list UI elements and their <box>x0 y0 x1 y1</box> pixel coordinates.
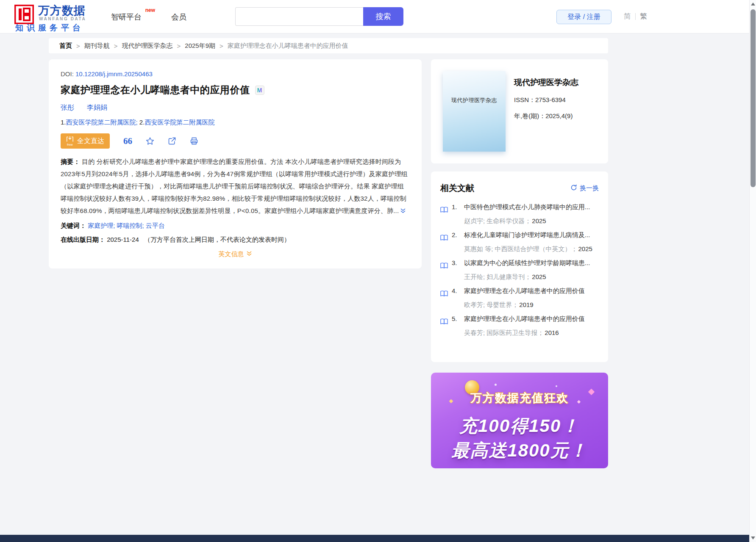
m-badge-icon[interactable]: M <box>255 86 264 95</box>
breadcrumb-item[interactable]: 首页 <box>59 42 72 50</box>
journal-volume: 年,卷(期)：2025,4(9) <box>514 112 578 120</box>
related-list: 1. 中医特色护理模式在小儿肺炎哮喘中的应用... 赵贞宇; 生命科学仪器；20… <box>440 200 599 340</box>
related-item-meta: 吴春芳; 国际医药卫生导报；2016 <box>464 326 599 340</box>
related-item: 4. 家庭护理理念在小儿哮喘患者中的应用价值 欧孝芳; 母婴世界；2019 <box>440 284 599 312</box>
journal-issn: ISSN：2753-6394 <box>514 96 578 104</box>
english-info-toggle[interactable]: 英文信息 <box>61 250 410 258</box>
related-item-title[interactable]: 家庭护理理念在小儿哮喘患者中的应用价值 <box>464 284 599 298</box>
pubdate-value: 2025-11-24 <box>107 236 139 243</box>
pubdate-note: （万方平台首次上网日期，不代表论文的发表时间） <box>144 236 290 243</box>
new-badge: new <box>145 7 155 13</box>
confetti-dot <box>495 384 497 386</box>
wanfang-logo[interactable]: 万方数据 WANFANG DATA 知识服务平台 <box>14 3 116 32</box>
search-input[interactable] <box>235 7 363 26</box>
breadcrumb-separator: > <box>177 42 181 50</box>
related-title: 相关文献 <box>440 183 474 194</box>
scrollbar-thumb[interactable] <box>750 9 756 187</box>
doi-link[interactable]: 10.12208/j.jmnm.20250463 <box>75 70 153 77</box>
lang-divider <box>635 13 636 20</box>
book-icon <box>440 232 448 256</box>
breadcrumb: 首页>期刊导航>现代护理医学杂志>2025年9期>家庭护理理念在小儿哮喘患者中的… <box>49 38 608 53</box>
affiliation-link[interactable]: 西安医学院第二附属医院 <box>145 119 214 126</box>
related-item-title[interactable]: 中医特色护理模式在小儿肺炎哮喘中的应用... <box>464 200 599 214</box>
journal-name[interactable]: 现代护理医学杂志 <box>514 77 578 88</box>
breadcrumb-separator: > <box>114 42 118 50</box>
print-icon[interactable] <box>190 137 198 145</box>
abstract-label: 摘要： <box>61 158 80 165</box>
title-row: 家庭护理理念在小儿哮喘患者中的应用价值 M <box>61 83 410 97</box>
related-card: 相关文献 换一换 1. 中医特色护理模式在小儿肺炎哮喘中的应用... <box>431 171 608 362</box>
banner-offer-line1: 充100得150！ <box>431 414 608 438</box>
article-card: DOI: 10.12208/j.jmnm.20250463 家庭护理理念在小儿哮… <box>49 59 422 268</box>
fulltext-button[interactable]: free 全文直达 <box>61 133 110 149</box>
doi-label: DOI: <box>61 70 74 77</box>
keyword-link[interactable]: 云平台 <box>146 222 165 229</box>
citation-icon[interactable]: 66 <box>123 137 132 146</box>
related-item-number: 4. <box>452 284 460 312</box>
related-item-meta: 莫惠如 等; 中西医结合护理（中英文）；2025 <box>464 242 599 256</box>
affiliation-number: 2. <box>139 119 145 126</box>
book-icon <box>440 260 448 284</box>
affiliation-separator: ; <box>136 119 139 126</box>
author-link[interactable]: 张彤 <box>61 104 74 111</box>
journal-cover[interactable]: 现代护理医学杂志 <box>443 71 506 152</box>
keywords-row: 关键词： 家庭护理; 哮喘控制; 云平台 <box>61 222 410 230</box>
banner-title: 万方数据充值狂欢 <box>431 390 608 406</box>
confetti-dot <box>556 385 557 387</box>
book-icon <box>440 288 448 312</box>
favorite-star-icon[interactable] <box>146 137 154 145</box>
related-item-title[interactable]: 以家庭为中心的延续性护理对学龄期哮喘患... <box>464 256 599 270</box>
related-item: 2. 标准化儿童哮喘门诊护理对哮喘患儿病情及... 莫惠如 等; 中西医结合护理… <box>440 228 599 256</box>
lang-simplified[interactable]: 简 <box>624 11 631 21</box>
breadcrumb-separator: > <box>220 42 223 50</box>
related-item-title[interactable]: 标准化儿童哮喘门诊护理对哮喘患儿病情及... <box>464 228 599 242</box>
keywords-label: 关键词： <box>61 222 86 229</box>
article-actions: free 全文直达 66 <box>61 133 410 149</box>
scroll-up-arrow-icon[interactable] <box>751 3 755 6</box>
related-item-title[interactable]: 家庭护理理念在小儿哮喘患者中的应用价值 <box>464 312 599 326</box>
breadcrumb-item[interactable]: 期刊导航 <box>84 42 110 50</box>
page: 万方数据 WANFANG DATA 知识服务平台 智研平台new会员 搜索 登录… <box>0 0 756 542</box>
related-item: 5. 家庭护理理念在小儿哮喘患者中的应用价值 吴春芳; 国际医药卫生导报；201… <box>440 312 599 340</box>
scrollbar[interactable] <box>749 0 756 542</box>
top-nav: 智研平台new会员 <box>111 0 186 33</box>
journal-info: 现代护理医学杂志 ISSN：2753-6394 年,卷(期)：2025,4(9) <box>514 77 578 120</box>
lang-traditional[interactable]: 繁 <box>640 11 647 21</box>
affiliation-number: 1. <box>61 119 66 126</box>
breadcrumb-item[interactable]: 现代护理医学杂志 <box>122 42 173 50</box>
breadcrumb-item[interactable]: 2025年9期 <box>185 42 215 50</box>
keyword-link[interactable]: 哮喘控制 <box>117 222 142 229</box>
banner-offer-line2: 最高送1800元！ <box>431 439 608 462</box>
logo-cn-text: 万方数据 <box>38 3 86 18</box>
login-register-button[interactable]: 登录 / 注册 <box>556 10 611 24</box>
affiliations: 1.西安医学院第二附属医院; 2.西安医学院第二附属医院 <box>61 119 410 127</box>
share-icon[interactable] <box>168 137 176 145</box>
pubdate-row: 在线出版日期： 2025-11-24 （万方平台首次上网日期，不代表论文的发表时… <box>61 236 410 244</box>
article-title: 家庭护理理念在小儿哮喘患者中的应用价值 <box>61 83 250 97</box>
free-download-icon: free <box>66 136 74 147</box>
footer-bar <box>0 535 756 542</box>
language-switch: 简 繁 <box>624 11 647 21</box>
nav-item-zhiyan-platform[interactable]: 智研平台new <box>111 12 142 22</box>
doi-row: DOI: 10.12208/j.jmnm.20250463 <box>61 70 410 77</box>
related-item-number: 5. <box>452 312 460 340</box>
nav-item-member[interactable]: 会员 <box>171 12 186 22</box>
scroll-down-arrow-icon[interactable] <box>751 536 755 539</box>
affiliation-link[interactable]: 西安医学院第二附属医院 <box>66 119 136 126</box>
related-item: 1. 中医特色护理模式在小儿肺炎哮喘中的应用... 赵贞宇; 生命科学仪器；20… <box>440 200 599 228</box>
promo-banner[interactable]: 万方数据充值狂欢 充100得150！ 最高送1800元！ <box>431 373 608 468</box>
keyword-separator: ; <box>113 222 117 229</box>
authors: 张彤李娟娟 <box>61 103 410 112</box>
breadcrumb-separator: > <box>76 42 80 50</box>
search-button[interactable]: 搜索 <box>363 7 403 26</box>
author-link[interactable]: 李娟娟 <box>87 104 107 111</box>
refresh-related-button[interactable]: 换一换 <box>570 184 599 192</box>
journal-card: 现代护理医学杂志 现代护理医学杂志 ISSN：2753-6394 年,卷(期)：… <box>431 59 608 163</box>
wanfang-logo-icon <box>14 5 34 24</box>
keyword-link[interactable]: 家庭护理 <box>88 222 113 229</box>
related-item-meta: 赵贞宇; 生命科学仪器；2025 <box>464 214 599 228</box>
expand-abstract-icon[interactable] <box>400 205 406 218</box>
related-item-number: 3. <box>452 256 460 284</box>
pubdate-label: 在线出版日期： <box>61 236 105 243</box>
related-header: 相关文献 换一换 <box>440 183 599 194</box>
